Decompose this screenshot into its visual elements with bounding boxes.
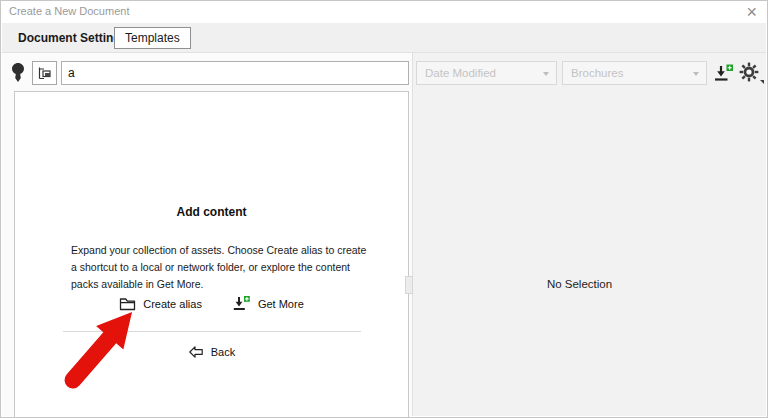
get-more-label: Get More <box>258 298 304 310</box>
chevron-down-icon <box>693 72 699 76</box>
content-actions-row: Create alias Get More <box>15 295 408 312</box>
content-panel: Add content Expand your collection of as… <box>14 91 409 418</box>
get-more-icon[interactable] <box>713 63 734 83</box>
dialog-body: No Selection Date Modified <box>2 53 766 416</box>
add-content-heading: Add content <box>15 205 408 219</box>
title-bar: Create a New Document × <box>1 1 767 23</box>
back-label: Back <box>211 346 235 358</box>
date-modified-dropdown[interactable]: Date Modified <box>416 61 557 85</box>
category-label: Brochures <box>571 67 623 79</box>
create-alias-label: Create alias <box>143 298 202 310</box>
date-modified-label: Date Modified <box>425 67 496 79</box>
divider <box>63 331 361 332</box>
no-selection-text: No Selection <box>413 278 746 290</box>
search-input[interactable] <box>61 61 409 85</box>
splitter-handle[interactable] <box>405 276 413 294</box>
get-more-icon <box>232 295 251 312</box>
toolbar: Date Modified Brochures <box>2 61 766 85</box>
back-button[interactable]: Back <box>188 345 235 359</box>
add-content-description: Expand your collection of assets. Choose… <box>71 242 396 293</box>
category-dropdown[interactable]: Brochures <box>562 61 707 85</box>
create-new-document-dialog: Create a New Document × Document Setting… <box>0 0 768 418</box>
tab-document-settings[interactable]: Document Settings <box>18 23 127 53</box>
tab-bar: Document Settings Templates <box>2 23 766 53</box>
tab-templates[interactable]: Templates <box>114 27 191 49</box>
tree-view-button[interactable] <box>32 61 57 85</box>
dialog-title: Create a New Document <box>9 5 129 17</box>
gear-caret-icon <box>760 80 764 84</box>
settings-gear-icon[interactable] <box>739 62 763 84</box>
pin-icon[interactable] <box>10 62 26 84</box>
preview-panel: No Selection <box>412 53 766 416</box>
chevron-down-icon <box>543 72 549 76</box>
get-more-button[interactable]: Get More <box>232 295 304 312</box>
create-alias-button[interactable]: Create alias <box>119 295 202 312</box>
folder-icon <box>119 297 136 311</box>
tree-icon <box>36 65 53 82</box>
back-arrow-icon <box>188 345 204 359</box>
back-row: Back <box>15 345 408 359</box>
close-icon[interactable]: × <box>746 1 757 23</box>
